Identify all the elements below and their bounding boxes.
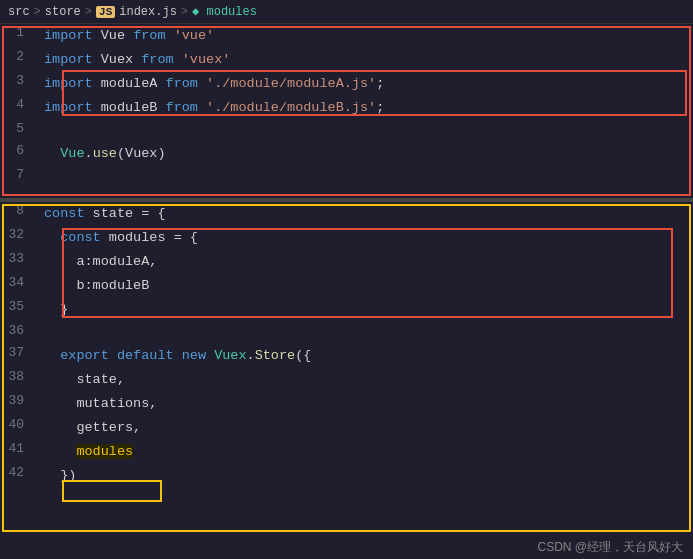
breadcrumb-store: store bbox=[45, 5, 81, 19]
code-line-32: 32 const modules = { bbox=[0, 226, 693, 250]
top-code-area: 1 import Vue from 'vue' 2 import Vuex fr… bbox=[0, 24, 693, 188]
bottom-code-section: 8 const state = { 32 const modules = { 3… bbox=[0, 202, 693, 559]
code-line-8: 8 const state = { bbox=[0, 202, 693, 226]
breadcrumb: src > store > JS index.js > ◆ modules bbox=[0, 0, 693, 24]
code-line-42: 42 }) bbox=[0, 464, 693, 488]
breadcrumb-sep3: > bbox=[181, 5, 188, 19]
breadcrumb-src: src bbox=[8, 5, 30, 19]
code-line-7: 7 bbox=[0, 166, 693, 188]
bottom-code-area: 8 const state = { 32 const modules = { 3… bbox=[0, 202, 693, 488]
code-line-1: 1 import Vue from 'vue' bbox=[0, 24, 693, 48]
code-line-5: 5 bbox=[0, 120, 693, 142]
code-line-34: 34 b:moduleB bbox=[0, 274, 693, 298]
code-line-35: 35 } bbox=[0, 298, 693, 322]
code-line-39: 39 mutations, bbox=[0, 392, 693, 416]
breadcrumb-sep2: > bbox=[85, 5, 92, 19]
code-line-40: 40 getters, bbox=[0, 416, 693, 440]
breadcrumb-indexjs[interactable]: index.js bbox=[119, 5, 177, 19]
code-line-38: 38 state, bbox=[0, 368, 693, 392]
breadcrumb-js-badge: JS bbox=[96, 6, 115, 18]
breadcrumb-sep1: > bbox=[34, 5, 41, 19]
top-code-section: 1 import Vue from 'vue' 2 import Vuex fr… bbox=[0, 24, 693, 200]
code-line-3: 3 import moduleA from './module/moduleA.… bbox=[0, 72, 693, 96]
breadcrumb-modules: ◆ modules bbox=[192, 4, 257, 19]
code-line-4: 4 import moduleB from './module/moduleB.… bbox=[0, 96, 693, 120]
code-line-33: 33 a:moduleA, bbox=[0, 250, 693, 274]
code-line-36: 36 bbox=[0, 322, 693, 344]
code-line-6: 6 Vue.use(Vuex) bbox=[0, 142, 693, 166]
code-line-41: 41 modules bbox=[0, 440, 693, 464]
watermark: CSDN @经理，天台风好大 bbox=[537, 539, 683, 556]
code-line-2: 2 import Vuex from 'vuex' bbox=[0, 48, 693, 72]
code-line-37: 37 export default new Vuex.Store({ bbox=[0, 344, 693, 368]
